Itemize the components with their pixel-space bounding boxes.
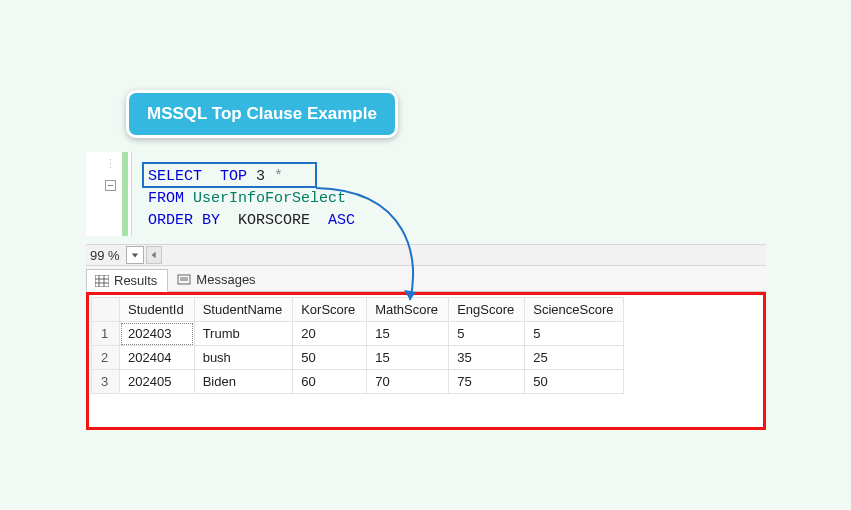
- cell-MathScore[interactable]: 15: [367, 346, 449, 370]
- cell-KorScore[interactable]: 20: [293, 322, 367, 346]
- header-EngScore[interactable]: EngScore: [449, 298, 525, 322]
- header-KorScore[interactable]: KorScore: [293, 298, 367, 322]
- zoom-bar: 99 %: [86, 244, 766, 266]
- cell-KorScore[interactable]: 50: [293, 346, 367, 370]
- cell-MathScore[interactable]: 15: [367, 322, 449, 346]
- editor-gutter: ··· −: [86, 152, 132, 236]
- callout-title: MSSQL Top Clause Example: [126, 90, 398, 138]
- svg-rect-3: [95, 275, 109, 287]
- results-panel: StudentId StudentName KorScore MathScore…: [86, 292, 766, 430]
- cell-EngScore[interactable]: 5: [449, 322, 525, 346]
- tab-results[interactable]: Results: [86, 269, 168, 292]
- table-row[interactable]: 3202405Biden60707550: [92, 370, 624, 394]
- table-row[interactable]: 1202403Trumb201555: [92, 322, 624, 346]
- cell-MathScore[interactable]: 70: [367, 370, 449, 394]
- cell-StudentName[interactable]: Trumb: [194, 322, 293, 346]
- zoom-level: 99 %: [86, 248, 126, 263]
- cell-ScienceScore[interactable]: 50: [525, 370, 624, 394]
- results-grid[interactable]: StudentId StudentName KorScore MathScore…: [91, 297, 624, 394]
- cell-ScienceScore[interactable]: 25: [525, 346, 624, 370]
- zoom-dropdown[interactable]: [126, 246, 144, 264]
- cell-StudentName[interactable]: bush: [194, 346, 293, 370]
- header-StudentName[interactable]: StudentName: [194, 298, 293, 322]
- header-rownum: [92, 298, 120, 322]
- cell-KorScore[interactable]: 60: [293, 370, 367, 394]
- header-MathScore[interactable]: MathScore: [367, 298, 449, 322]
- cell-StudentName[interactable]: Biden: [194, 370, 293, 394]
- grid-icon: [95, 275, 109, 287]
- cell-EngScore[interactable]: 35: [449, 346, 525, 370]
- table-row[interactable]: 2202404bush50153525: [92, 346, 624, 370]
- tab-results-label: Results: [114, 273, 157, 288]
- header-row: StudentId StudentName KorScore MathScore…: [92, 298, 624, 322]
- row-number: 2: [92, 346, 120, 370]
- tab-messages-label: Messages: [196, 272, 255, 287]
- fold-toggle[interactable]: −: [105, 180, 116, 191]
- header-StudentId[interactable]: StudentId: [120, 298, 195, 322]
- sql-code: SELECT TOP 3 * FROM UserInfoForSelect OR…: [148, 166, 355, 232]
- cell-StudentId[interactable]: 202405: [120, 370, 195, 394]
- tab-messages[interactable]: Messages: [168, 268, 266, 291]
- scroll-left-button[interactable]: [146, 246, 162, 264]
- row-number: 1: [92, 322, 120, 346]
- cell-ScienceScore[interactable]: 5: [525, 322, 624, 346]
- header-ScienceScore[interactable]: ScienceScore: [525, 298, 624, 322]
- cell-StudentId[interactable]: 202404: [120, 346, 195, 370]
- results-tabs: Results Messages: [86, 266, 766, 292]
- svg-marker-2: [151, 252, 155, 258]
- message-icon: [177, 274, 191, 286]
- row-number: 3: [92, 370, 120, 394]
- cell-StudentId[interactable]: 202403: [120, 322, 195, 346]
- cell-EngScore[interactable]: 75: [449, 370, 525, 394]
- svg-marker-1: [131, 253, 137, 257]
